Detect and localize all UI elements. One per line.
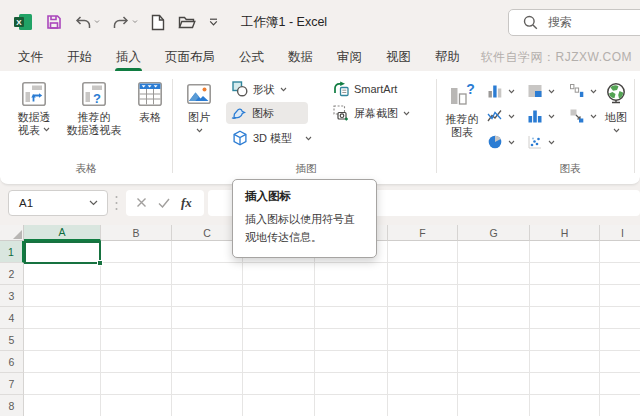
- cell-I2[interactable]: [600, 263, 640, 285]
- row-header-5[interactable]: 5: [0, 329, 24, 351]
- cell-B1[interactable]: [101, 241, 172, 263]
- cell-G4[interactable]: [458, 307, 530, 329]
- cell-A5[interactable]: [24, 329, 101, 351]
- tab-review[interactable]: 审阅: [325, 44, 374, 71]
- cell-F6[interactable]: [388, 351, 458, 373]
- cell-F2[interactable]: [388, 263, 458, 285]
- recommended-pivot-button[interactable]: ? 推荐的 数据透视表: [62, 75, 126, 159]
- cell-F7[interactable]: [388, 373, 458, 395]
- tab-page-layout[interactable]: 页面布局: [153, 44, 227, 71]
- tab-formulas[interactable]: 公式: [227, 44, 276, 71]
- cell-D8[interactable]: [243, 395, 315, 416]
- cell-H3[interactable]: [530, 285, 600, 307]
- cell-A1[interactable]: [24, 241, 101, 263]
- cell-I8[interactable]: [600, 395, 640, 416]
- column-header-A[interactable]: A: [24, 225, 101, 241]
- save-button[interactable]: [46, 14, 62, 30]
- table-button[interactable]: 表格: [128, 75, 172, 159]
- cell-C3[interactable]: [172, 285, 243, 307]
- column-header-H[interactable]: H: [530, 225, 600, 241]
- cell-H5[interactable]: [530, 329, 600, 351]
- cell-F5[interactable]: [388, 329, 458, 351]
- cell-I7[interactable]: [600, 373, 640, 395]
- cell-D4[interactable]: [243, 307, 315, 329]
- cell-G7[interactable]: [458, 373, 530, 395]
- row-header-8[interactable]: 8: [0, 395, 24, 416]
- cell-E5[interactable]: [315, 329, 388, 351]
- row-header-6[interactable]: 6: [0, 351, 24, 373]
- cell-A7[interactable]: [24, 373, 101, 395]
- cell-H8[interactable]: [530, 395, 600, 416]
- screenshot-button[interactable]: 屏幕截图: [328, 102, 415, 124]
- cell-A8[interactable]: [24, 395, 101, 416]
- search-box[interactable]: 搜索: [508, 9, 640, 36]
- cell-D2[interactable]: [243, 263, 315, 285]
- pie-chart-button[interactable]: [482, 131, 520, 153]
- cell-F8[interactable]: [388, 395, 458, 416]
- hierarchy-chart-button[interactable]: [522, 80, 560, 102]
- enter-button[interactable]: [158, 194, 170, 212]
- tab-home[interactable]: 开始: [55, 44, 104, 71]
- cell-F1[interactable]: [388, 241, 458, 263]
- cell-G8[interactable]: [458, 395, 530, 416]
- redo-button[interactable]: [113, 16, 138, 29]
- cell-E4[interactable]: [315, 307, 388, 329]
- new-file-button[interactable]: [151, 14, 165, 31]
- cell-D7[interactable]: [243, 373, 315, 395]
- column-chart-button[interactable]: [482, 80, 520, 102]
- cancel-button[interactable]: [136, 194, 147, 212]
- cell-D6[interactable]: [243, 351, 315, 373]
- cell-G5[interactable]: [458, 329, 530, 351]
- cell-E7[interactable]: [315, 373, 388, 395]
- cell-B5[interactable]: [101, 329, 172, 351]
- cell-E2[interactable]: [315, 263, 388, 285]
- cell-D3[interactable]: [243, 285, 315, 307]
- cell-G3[interactable]: [458, 285, 530, 307]
- cell-C2[interactable]: [172, 263, 243, 285]
- cell-H1[interactable]: [530, 241, 600, 263]
- column-header-I[interactable]: I: [600, 225, 640, 241]
- 3d-models-button[interactable]: 3D 模型: [227, 127, 317, 149]
- tab-insert[interactable]: 插入: [104, 44, 153, 71]
- line-chart-button[interactable]: [482, 105, 520, 127]
- icons-button[interactable]: 图标: [226, 102, 308, 124]
- maps-button[interactable]: 地图: [596, 75, 636, 159]
- pivot-table-button[interactable]: 数据透 视表: [6, 75, 62, 159]
- cell-D5[interactable]: [243, 329, 315, 351]
- row-header-2[interactable]: 2: [0, 263, 24, 285]
- column-header-G[interactable]: G: [458, 225, 530, 241]
- scatter-chart-button[interactable]: [522, 131, 560, 153]
- select-all-corner[interactable]: [0, 225, 24, 241]
- cell-G2[interactable]: [458, 263, 530, 285]
- tab-data[interactable]: 数据: [276, 44, 325, 71]
- tab-help[interactable]: 帮助: [423, 44, 472, 71]
- cell-C8[interactable]: [172, 395, 243, 416]
- cell-B6[interactable]: [101, 351, 172, 373]
- cell-G1[interactable]: [458, 241, 530, 263]
- cell-H2[interactable]: [530, 263, 600, 285]
- cell-I3[interactable]: [600, 285, 640, 307]
- cell-A2[interactable]: [24, 263, 101, 285]
- recommended-charts-button[interactable]: ? 推荐的 图表: [438, 75, 486, 159]
- cell-I4[interactable]: [600, 307, 640, 329]
- cell-I6[interactable]: [600, 351, 640, 373]
- tab-view[interactable]: 视图: [374, 44, 423, 71]
- cell-H7[interactable]: [530, 373, 600, 395]
- fill-handle[interactable]: [97, 260, 103, 266]
- customize-qat-button[interactable]: [209, 18, 218, 26]
- cell-H4[interactable]: [530, 307, 600, 329]
- smartart-button[interactable]: SmartArt: [328, 78, 402, 100]
- cell-A6[interactable]: [24, 351, 101, 373]
- cell-G6[interactable]: [458, 351, 530, 373]
- cell-I5[interactable]: [600, 329, 640, 351]
- cell-A3[interactable]: [24, 285, 101, 307]
- cell-H6[interactable]: [530, 351, 600, 373]
- cell-A4[interactable]: [24, 307, 101, 329]
- row-header-1[interactable]: 1: [0, 241, 24, 263]
- cell-B7[interactable]: [101, 373, 172, 395]
- histogram-chart-button[interactable]: [522, 105, 560, 127]
- cell-C6[interactable]: [172, 351, 243, 373]
- cell-C4[interactable]: [172, 307, 243, 329]
- row-header-3[interactable]: 3: [0, 285, 24, 307]
- name-box[interactable]: A1: [8, 190, 108, 216]
